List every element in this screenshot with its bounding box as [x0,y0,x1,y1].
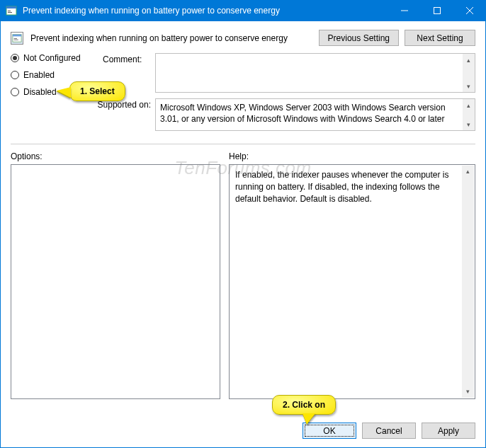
window-title: Prevent indexing when running on battery… [23,6,388,16]
ok-button[interactable]: OK [303,423,356,439]
maximize-button[interactable] [421,0,453,21]
comment-input[interactable] [155,53,475,93]
svg-rect-3 [8,12,12,13]
radio-label: Not Configured [23,53,81,63]
svg-rect-5 [434,8,441,14]
radio-dot-icon [11,71,19,79]
radio-not-configured[interactable]: Not Configured [11,53,103,63]
annotation-callout-2: 2. Click on [272,395,336,415]
close-button[interactable] [453,0,486,21]
previous-setting-button[interactable]: Previous Setting [319,30,399,46]
svg-rect-11 [14,39,18,40]
app-icon [6,5,17,16]
help-label: Help: [229,151,249,161]
scroll-down-icon[interactable]: ▾ [463,118,475,130]
options-label: Options: [11,151,229,161]
supported-label: Supported on: [87,98,151,131]
radio-dot-icon [11,88,19,96]
scroll-up-icon[interactable]: ▴ [463,99,475,111]
scroll-down-icon[interactable]: ▾ [463,80,475,92]
scrollbar[interactable]: ▴ ▾ [463,99,475,130]
scroll-up-icon[interactable]: ▴ [462,166,474,178]
divider [11,144,475,144]
callout-text: 1. Select [80,86,115,96]
options-panel [11,164,220,399]
next-setting-button[interactable]: Next Setting [405,30,475,46]
policy-title: Prevent indexing when running on battery… [30,33,313,43]
radio-enabled[interactable]: Enabled [11,70,103,80]
radio-dot-icon [11,54,19,62]
svg-rect-10 [14,38,17,39]
radio-label: Disabled [23,87,57,97]
cancel-button[interactable]: Cancel [362,423,416,439]
policy-icon [11,32,23,45]
annotation-callout-1: 1. Select [69,81,125,101]
help-text: If enabled, the indexer pauses whenever … [235,170,449,204]
help-panel: If enabled, the indexer pauses whenever … [229,164,475,399]
scrollbar[interactable]: ▴ ▾ [462,166,474,398]
svg-rect-9 [13,34,21,36]
supported-on-text: Microsoft Windows XP, Windows Server 200… [155,98,475,131]
scrollbar[interactable]: ▴ ▾ [463,54,475,92]
titlebar: Prevent indexing when running on battery… [0,0,486,21]
svg-rect-2 [8,11,11,11]
minimize-button[interactable] [388,0,421,21]
apply-button[interactable]: Apply [422,423,475,439]
scroll-down-icon[interactable]: ▾ [462,386,474,398]
scroll-up-icon[interactable]: ▴ [463,54,475,66]
callout-text: 2. Click on [283,400,325,410]
radio-label: Enabled [23,70,55,80]
svg-rect-1 [6,6,16,8]
